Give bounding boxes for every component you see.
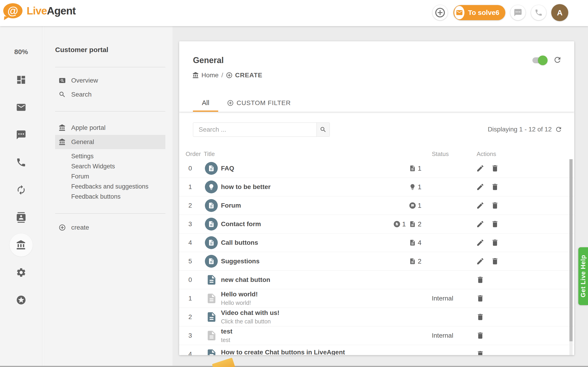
refresh-icon[interactable] <box>555 126 562 133</box>
table-row[interactable]: 3testtestInternal <box>179 326 574 345</box>
table-row[interactable]: 4How to create Chat buttons in LiveAgent <box>179 345 574 355</box>
calls-button[interactable] <box>531 5 546 20</box>
row-actions <box>476 289 484 308</box>
nav-subitem-feedbacks-and-suggestions[interactable]: Feedbacks and suggestions <box>55 181 165 192</box>
nav-subitem-settings[interactable]: Settings <box>55 151 165 161</box>
rail-item-star-circle[interactable] <box>0 286 42 314</box>
chats-button[interactable] <box>510 5 526 20</box>
nav-item-label: General <box>71 138 94 146</box>
usage-percent: 80% <box>0 48 42 56</box>
rail-item-mail[interactable] <box>0 94 42 121</box>
delete-button[interactable] <box>491 239 499 247</box>
row-title[interactable]: Forum <box>221 202 372 209</box>
article-count: 1 <box>409 165 422 172</box>
row-actions <box>476 159 499 177</box>
rail-item-phone[interactable] <box>0 149 42 176</box>
delete-button[interactable] <box>476 294 484 302</box>
user-avatar[interactable]: A <box>551 4 568 21</box>
search-button[interactable] <box>317 123 330 136</box>
nav-item-create[interactable]: create <box>55 221 165 234</box>
table-row[interactable]: 2Forum1 <box>179 196 574 215</box>
table-row[interactable]: 4Call buttons4 <box>179 234 574 252</box>
nav-subitem-label: Settings <box>71 153 94 160</box>
nav-divider <box>55 111 165 111</box>
row-title[interactable]: FAQ <box>221 165 372 172</box>
scrollbar-thumb[interactable] <box>569 159 573 341</box>
document-circle-icon <box>205 162 218 175</box>
search-box <box>193 123 330 137</box>
breadcrumb-home[interactable]: Home <box>192 72 219 79</box>
nav-subitem-feedback-buttons[interactable]: Feedback buttons <box>55 192 165 202</box>
rail-item-contacts[interactable] <box>0 204 42 231</box>
table-row[interactable]: 1Hello world!Hello world!Internal <box>179 289 574 308</box>
edit-button[interactable] <box>476 257 484 265</box>
active-toggle[interactable] <box>532 57 547 63</box>
document-icon <box>206 311 217 323</box>
pencil-decoration <box>212 358 235 367</box>
scrollbar[interactable] <box>569 159 573 355</box>
search-input[interactable] <box>193 123 317 136</box>
table-row[interactable]: 2Video chat with us!Click the call butto… <box>179 308 574 326</box>
delete-button[interactable] <box>476 350 484 355</box>
rail-item-chat[interactable] <box>0 121 42 149</box>
row-title-cell: testtest <box>221 326 372 345</box>
edit-button[interactable] <box>476 220 484 228</box>
delete-button[interactable] <box>491 220 499 228</box>
row-title[interactable]: Hello world! <box>221 291 372 298</box>
row-title[interactable]: new chat button <box>221 276 372 284</box>
row-order: 4 <box>185 234 195 252</box>
status-label: Internal <box>432 289 453 308</box>
nav-subitem-forum[interactable]: Forum <box>55 171 165 181</box>
nav-item-search[interactable]: Search <box>55 87 165 101</box>
row-title[interactable]: how to be better <box>221 183 372 191</box>
search-icon <box>320 126 327 133</box>
row-title[interactable]: Suggestions <box>221 258 372 265</box>
row-title[interactable]: test <box>221 328 372 335</box>
delete-button[interactable] <box>476 332 484 340</box>
table-row[interactable]: 3Contact form12 <box>179 215 574 234</box>
nav-item-overview[interactable]: Overview <box>55 73 165 87</box>
document-circle-icon <box>205 218 218 231</box>
logo-bubble-tail <box>4 16 9 21</box>
edit-button[interactable] <box>476 183 484 191</box>
delete-button[interactable] <box>491 164 499 173</box>
rail-item-bank[interactable] <box>0 231 42 259</box>
tab-all[interactable]: All <box>193 94 218 112</box>
table-row[interactable]: 1how to be better1 <box>179 178 574 196</box>
nav-item-apple-portal[interactable]: Apple portal <box>55 121 165 135</box>
delete-button[interactable] <box>491 257 499 265</box>
nav-item-general[interactable]: General <box>55 135 165 149</box>
row-title-cell: FAQ <box>221 159 372 177</box>
delete-button[interactable] <box>476 313 484 321</box>
edit-button[interactable] <box>476 239 484 247</box>
document-circle-icon <box>205 236 218 249</box>
breadcrumb-create[interactable]: CREATE <box>226 72 262 79</box>
to-solve-button[interactable]: To solve 6 <box>453 5 505 20</box>
liveagent-logo[interactable]: @ LiveAgent <box>3 3 76 18</box>
delete-button[interactable] <box>491 183 499 191</box>
row-title-cell: new chat button <box>221 271 372 289</box>
row-title[interactable]: Contact form <box>221 220 372 228</box>
row-title[interactable]: Call buttons <box>221 239 372 246</box>
rail-item-gear[interactable] <box>0 259 42 286</box>
tab-custom-filter[interactable]: CUSTOM FILTER <box>227 94 291 112</box>
get-live-help-button[interactable]: Get Live Help <box>578 247 588 305</box>
plus-circle-icon <box>227 100 234 106</box>
edit-button[interactable] <box>476 164 484 173</box>
table-row[interactable]: 0new chat button <box>179 271 574 289</box>
row-actions <box>476 196 499 215</box>
edit-button[interactable] <box>476 201 484 210</box>
table-row[interactable]: 0FAQ1 <box>179 159 574 178</box>
rail-item-dashboard[interactable] <box>0 66 42 94</box>
delete-button[interactable] <box>476 276 484 284</box>
delete-button[interactable] <box>491 201 499 210</box>
refresh-icon[interactable] <box>553 56 562 64</box>
add-new-button[interactable] <box>432 5 448 20</box>
row-title[interactable]: Video chat with us! <box>221 309 372 317</box>
table-row[interactable]: 5Suggestions2 <box>179 252 574 271</box>
logo-at-icon: @ <box>3 3 23 18</box>
rail-item-sync[interactable] <box>0 176 42 204</box>
contacts-icon <box>16 212 26 223</box>
row-title[interactable]: How to create Chat buttons in LiveAgent <box>221 349 372 355</box>
nav-subitem-search-widgets[interactable]: Search Widgets <box>55 161 165 171</box>
